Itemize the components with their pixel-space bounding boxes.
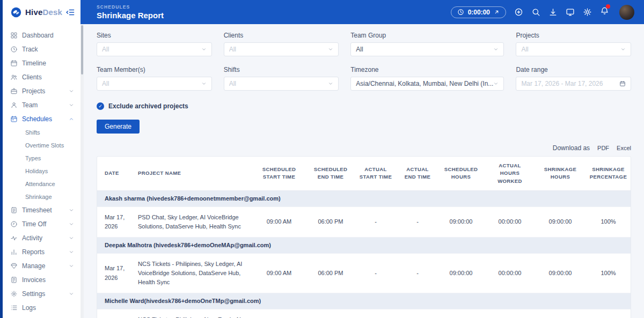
- sidebar-item-label: Activity: [22, 234, 42, 242]
- sidebar-scrollbar: [80, 24, 84, 318]
- sidebar-item-label: Schedules: [22, 115, 52, 123]
- timer-widget[interactable]: 0:00:00: [451, 6, 506, 18]
- checkbox-label: Exclude archived projects: [108, 102, 188, 110]
- filter-label: Sites: [97, 32, 212, 39]
- chevron-down-icon: [493, 81, 499, 86]
- filter-team-members: Team Member(s) All: [97, 66, 212, 91]
- member-name: Michelle Ward(hivedesk786+demoOneTMp@gma…: [97, 293, 631, 309]
- sidebar-item-label: Manage: [22, 262, 45, 270]
- scrollbar-thumb[interactable]: [81, 25, 83, 75]
- clock-icon: [457, 9, 464, 16]
- sidebar-item-team[interactable]: Team: [3, 98, 80, 112]
- page-head: SCHEDULES Shrinkage Report: [97, 4, 164, 20]
- cell-date: Mar 17, 2026: [97, 206, 130, 237]
- col-shrinkage-hours: SHRINKAGE HOURS: [536, 157, 585, 190]
- clients-select[interactable]: All: [224, 42, 339, 56]
- member-group-row: Akash sharma (hivedesk786+demoonetmmembe…: [97, 190, 631, 206]
- logo-text: HiveDesk: [25, 8, 62, 17]
- screen-share-icon[interactable]: [566, 8, 575, 17]
- cell-sched-hours: 09:00:00: [438, 206, 484, 237]
- sidebar-item-timesheet[interactable]: Timesheet: [3, 203, 80, 217]
- timezone-select[interactable]: Asia/Chennai, Kolkata, Mumbai, New Delhi…: [350, 77, 504, 91]
- table-header-row: DATE PROJECT NAME SCHEDULED START TIME S…: [97, 157, 631, 190]
- hivedesk-logo[interactable]: HiveDesk: [3, 0, 80, 24]
- projects-select[interactable]: All: [516, 42, 631, 56]
- timesheet-icon: [10, 206, 18, 214]
- sidebar-item-schedules[interactable]: Schedules: [3, 112, 80, 126]
- sidebar-collapse-icon[interactable]: [65, 8, 75, 17]
- select-value: All: [229, 46, 328, 53]
- download-icon[interactable]: [548, 8, 558, 17]
- cell-actual-hours: 00:00:00: [484, 253, 536, 293]
- sidebar-item-logs[interactable]: Logs: [3, 301, 80, 315]
- sidebar-item-dashboard[interactable]: Dashboard: [3, 28, 80, 42]
- sidebar-item-projects[interactable]: Projects: [3, 84, 80, 98]
- subitem-label: Overtime Slots: [25, 142, 64, 149]
- gear-icon[interactable]: [583, 8, 592, 17]
- cell-project: NCS Tickets - Philipines, Sky Ledger, AI…: [130, 253, 251, 293]
- track-icon: [10, 46, 18, 53]
- chevron-down-icon: [620, 47, 626, 52]
- sidebar-subitem-types[interactable]: Types: [3, 152, 80, 165]
- schedules-icon: [10, 115, 18, 123]
- cell-sched-end: 06:00 PM: [307, 206, 354, 237]
- date-range-input[interactable]: Mar 17, 2026 - Mar 17, 2026: [516, 77, 631, 91]
- filter-sites: Sites All: [97, 32, 212, 56]
- sidebar-subitem-attendance[interactable]: Attendance: [3, 178, 80, 190]
- chevron-down-icon: [201, 81, 207, 86]
- filter-label: Team Group: [350, 32, 504, 39]
- sidebar: HiveDesk Dashboard Track Timeline Client…: [3, 0, 80, 318]
- cell-actual-end: -: [397, 206, 438, 237]
- search-icon[interactable]: [531, 8, 540, 17]
- sidebar-item-reports[interactable]: Reports: [3, 245, 80, 259]
- exclude-archived-checkbox[interactable]: ✓ Exclude archived projects: [97, 102, 631, 110]
- content-area: Sites All Clients All: [84, 24, 644, 318]
- sidebar-item-manage[interactable]: Manage: [3, 259, 80, 273]
- body-row: Sites All Clients All: [80, 24, 644, 318]
- sidebar-item-clients[interactable]: Clients: [3, 70, 80, 84]
- add-icon[interactable]: [514, 8, 523, 17]
- select-value: Asia/Chennai, Kolkata, Mumbai, New Delhi…: [356, 80, 493, 87]
- subitem-label: Attendance: [25, 181, 55, 187]
- notifications-button[interactable]: [600, 6, 609, 18]
- sidebar-item-label: Projects: [22, 87, 45, 95]
- filters: Sites All Clients All: [97, 32, 631, 91]
- sidebar-item-track[interactable]: Track: [3, 42, 80, 56]
- chevron-down-icon: [328, 81, 333, 86]
- team-members-select[interactable]: All: [97, 77, 212, 91]
- topbar: SCHEDULES Shrinkage Report 0:00:00: [80, 0, 644, 24]
- sidebar-item-time-off[interactable]: Time Off: [3, 217, 80, 231]
- sidebar-item-timeline[interactable]: Timeline: [3, 56, 80, 70]
- sidebar-item-invoices[interactable]: Invoices: [3, 273, 80, 287]
- sidebar-subitem-holidays[interactable]: Holidays: [3, 165, 80, 178]
- sidebar-item-settings[interactable]: Settings: [3, 287, 80, 301]
- filter-label: Timezone: [350, 66, 504, 73]
- chevron-down-icon: [69, 88, 74, 94]
- sites-select[interactable]: All: [97, 42, 212, 56]
- cell-shrink-hours: 09:00:00: [536, 253, 585, 293]
- sidebar-item-label: Clients: [22, 73, 42, 81]
- time-off-icon: [10, 220, 18, 228]
- sidebar-subitem-overtime-slots[interactable]: Overtime Slots: [3, 139, 80, 152]
- shifts-select[interactable]: All: [224, 77, 339, 91]
- user-avatar[interactable]: [619, 5, 634, 20]
- manage-icon: [10, 262, 18, 270]
- cell-shrink-pct: 100%: [585, 206, 631, 237]
- sidebar-item-activity[interactable]: Activity: [3, 231, 80, 245]
- cell-shrink-pct: 100%: [585, 309, 631, 318]
- dashboard-icon: [10, 32, 18, 39]
- team-group-select[interactable]: All: [350, 42, 504, 56]
- generate-button[interactable]: Generate: [97, 120, 140, 134]
- member-group-row: Deepak Malhotra (hivedesk786+demoOneMAp@…: [97, 237, 631, 253]
- sidebar-item-label: Logs: [22, 304, 36, 312]
- member-group-row: Michelle Ward(hivedesk786+demoOneTMp@gma…: [97, 293, 631, 309]
- page-title: Shrinkage Report: [97, 11, 164, 20]
- chevron-down-icon: [69, 291, 74, 297]
- download-pdf-link[interactable]: PDF: [597, 145, 609, 151]
- download-excel-link[interactable]: Excel: [617, 145, 631, 151]
- chevron-down-icon: [69, 221, 74, 227]
- sidebar-subitem-shifts[interactable]: Shifts: [3, 126, 80, 139]
- sidebar-subitem-shrinkage[interactable]: Shrinkage: [3, 190, 80, 203]
- cell-sched-start: 09:00 AM: [251, 253, 307, 293]
- filter-clients: Clients All: [224, 32, 339, 56]
